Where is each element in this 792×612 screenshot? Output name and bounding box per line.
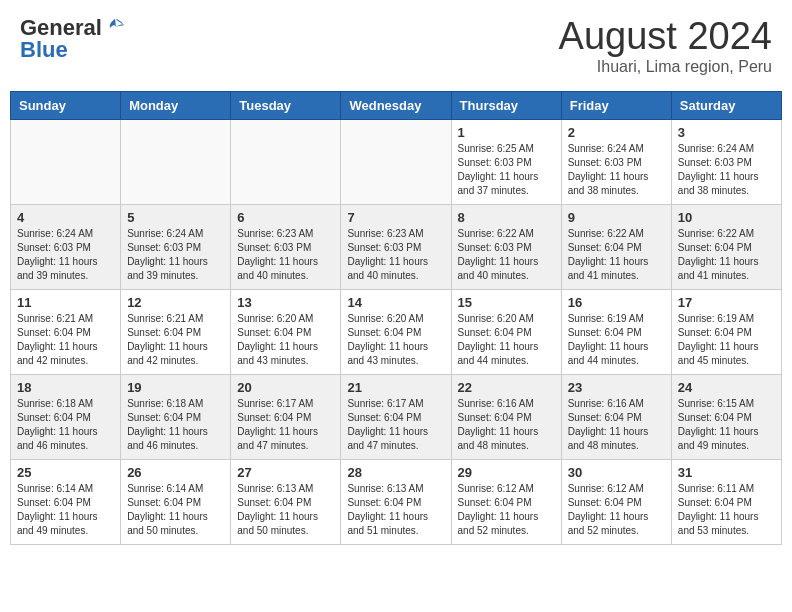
- table-row: 9Sunrise: 6:22 AMSunset: 6:04 PMDaylight…: [561, 205, 671, 290]
- table-row: 3Sunrise: 6:24 AMSunset: 6:03 PMDaylight…: [671, 120, 781, 205]
- day-info: Sunrise: 6:23 AMSunset: 6:03 PMDaylight:…: [237, 227, 334, 283]
- table-row: 24Sunrise: 6:15 AMSunset: 6:04 PMDayligh…: [671, 375, 781, 460]
- table-row: 1Sunrise: 6:25 AMSunset: 6:03 PMDaylight…: [451, 120, 561, 205]
- day-info: Sunrise: 6:18 AMSunset: 6:04 PMDaylight:…: [17, 397, 114, 453]
- table-row: [341, 120, 451, 205]
- day-number: 29: [458, 465, 555, 480]
- col-tuesday: Tuesday: [231, 92, 341, 120]
- day-number: 11: [17, 295, 114, 310]
- table-row: [121, 120, 231, 205]
- day-number: 3: [678, 125, 775, 140]
- table-row: 2Sunrise: 6:24 AMSunset: 6:03 PMDaylight…: [561, 120, 671, 205]
- table-row: 31Sunrise: 6:11 AMSunset: 6:04 PMDayligh…: [671, 460, 781, 545]
- day-number: 22: [458, 380, 555, 395]
- table-row: 22Sunrise: 6:16 AMSunset: 6:04 PMDayligh…: [451, 375, 561, 460]
- day-number: 24: [678, 380, 775, 395]
- day-number: 26: [127, 465, 224, 480]
- day-info: Sunrise: 6:17 AMSunset: 6:04 PMDaylight:…: [347, 397, 444, 453]
- calendar-table: Sunday Monday Tuesday Wednesday Thursday…: [10, 91, 782, 545]
- day-info: Sunrise: 6:14 AMSunset: 6:04 PMDaylight:…: [17, 482, 114, 538]
- calendar-week-row: 25Sunrise: 6:14 AMSunset: 6:04 PMDayligh…: [11, 460, 782, 545]
- day-info: Sunrise: 6:15 AMSunset: 6:04 PMDaylight:…: [678, 397, 775, 453]
- table-row: 28Sunrise: 6:13 AMSunset: 6:04 PMDayligh…: [341, 460, 451, 545]
- day-info: Sunrise: 6:22 AMSunset: 6:03 PMDaylight:…: [458, 227, 555, 283]
- col-sunday: Sunday: [11, 92, 121, 120]
- logo: General Blue: [20, 15, 126, 63]
- day-info: Sunrise: 6:18 AMSunset: 6:04 PMDaylight:…: [127, 397, 224, 453]
- day-info: Sunrise: 6:20 AMSunset: 6:04 PMDaylight:…: [237, 312, 334, 368]
- calendar-header-row: Sunday Monday Tuesday Wednesday Thursday…: [11, 92, 782, 120]
- day-number: 12: [127, 295, 224, 310]
- day-number: 4: [17, 210, 114, 225]
- day-info: Sunrise: 6:17 AMSunset: 6:04 PMDaylight:…: [237, 397, 334, 453]
- day-number: 18: [17, 380, 114, 395]
- table-row: 10Sunrise: 6:22 AMSunset: 6:04 PMDayligh…: [671, 205, 781, 290]
- day-number: 21: [347, 380, 444, 395]
- table-row: 19Sunrise: 6:18 AMSunset: 6:04 PMDayligh…: [121, 375, 231, 460]
- day-number: 25: [17, 465, 114, 480]
- table-row: 6Sunrise: 6:23 AMSunset: 6:03 PMDaylight…: [231, 205, 341, 290]
- col-thursday: Thursday: [451, 92, 561, 120]
- day-number: 16: [568, 295, 665, 310]
- table-row: 12Sunrise: 6:21 AMSunset: 6:04 PMDayligh…: [121, 290, 231, 375]
- day-info: Sunrise: 6:24 AMSunset: 6:03 PMDaylight:…: [568, 142, 665, 198]
- day-info: Sunrise: 6:20 AMSunset: 6:04 PMDaylight:…: [347, 312, 444, 368]
- day-info: Sunrise: 6:24 AMSunset: 6:03 PMDaylight:…: [17, 227, 114, 283]
- logo-bird-icon: [104, 17, 126, 39]
- table-row: 13Sunrise: 6:20 AMSunset: 6:04 PMDayligh…: [231, 290, 341, 375]
- day-info: Sunrise: 6:25 AMSunset: 6:03 PMDaylight:…: [458, 142, 555, 198]
- day-info: Sunrise: 6:24 AMSunset: 6:03 PMDaylight:…: [127, 227, 224, 283]
- day-info: Sunrise: 6:21 AMSunset: 6:04 PMDaylight:…: [17, 312, 114, 368]
- col-wednesday: Wednesday: [341, 92, 451, 120]
- day-info: Sunrise: 6:13 AMSunset: 6:04 PMDaylight:…: [347, 482, 444, 538]
- day-number: 13: [237, 295, 334, 310]
- table-row: 5Sunrise: 6:24 AMSunset: 6:03 PMDaylight…: [121, 205, 231, 290]
- day-number: 9: [568, 210, 665, 225]
- day-info: Sunrise: 6:16 AMSunset: 6:04 PMDaylight:…: [458, 397, 555, 453]
- day-number: 8: [458, 210, 555, 225]
- day-number: 17: [678, 295, 775, 310]
- day-info: Sunrise: 6:19 AMSunset: 6:04 PMDaylight:…: [568, 312, 665, 368]
- day-info: Sunrise: 6:16 AMSunset: 6:04 PMDaylight:…: [568, 397, 665, 453]
- day-number: 5: [127, 210, 224, 225]
- table-row: 30Sunrise: 6:12 AMSunset: 6:04 PMDayligh…: [561, 460, 671, 545]
- day-info: Sunrise: 6:13 AMSunset: 6:04 PMDaylight:…: [237, 482, 334, 538]
- day-number: 31: [678, 465, 775, 480]
- day-number: 30: [568, 465, 665, 480]
- table-row: 7Sunrise: 6:23 AMSunset: 6:03 PMDaylight…: [341, 205, 451, 290]
- day-number: 28: [347, 465, 444, 480]
- day-number: 10: [678, 210, 775, 225]
- col-friday: Friday: [561, 92, 671, 120]
- table-row: 29Sunrise: 6:12 AMSunset: 6:04 PMDayligh…: [451, 460, 561, 545]
- day-number: 6: [237, 210, 334, 225]
- table-row: 4Sunrise: 6:24 AMSunset: 6:03 PMDaylight…: [11, 205, 121, 290]
- day-info: Sunrise: 6:14 AMSunset: 6:04 PMDaylight:…: [127, 482, 224, 538]
- table-row: [11, 120, 121, 205]
- table-row: 26Sunrise: 6:14 AMSunset: 6:04 PMDayligh…: [121, 460, 231, 545]
- table-row: 20Sunrise: 6:17 AMSunset: 6:04 PMDayligh…: [231, 375, 341, 460]
- col-saturday: Saturday: [671, 92, 781, 120]
- day-number: 15: [458, 295, 555, 310]
- table-row: 17Sunrise: 6:19 AMSunset: 6:04 PMDayligh…: [671, 290, 781, 375]
- day-number: 7: [347, 210, 444, 225]
- table-row: 15Sunrise: 6:20 AMSunset: 6:04 PMDayligh…: [451, 290, 561, 375]
- calendar-week-row: 4Sunrise: 6:24 AMSunset: 6:03 PMDaylight…: [11, 205, 782, 290]
- day-number: 20: [237, 380, 334, 395]
- table-row: 11Sunrise: 6:21 AMSunset: 6:04 PMDayligh…: [11, 290, 121, 375]
- day-info: Sunrise: 6:24 AMSunset: 6:03 PMDaylight:…: [678, 142, 775, 198]
- table-row: 14Sunrise: 6:20 AMSunset: 6:04 PMDayligh…: [341, 290, 451, 375]
- table-row: 21Sunrise: 6:17 AMSunset: 6:04 PMDayligh…: [341, 375, 451, 460]
- title-section: August 2024 Ihuari, Lima region, Peru: [559, 15, 772, 76]
- day-info: Sunrise: 6:22 AMSunset: 6:04 PMDaylight:…: [678, 227, 775, 283]
- day-info: Sunrise: 6:19 AMSunset: 6:04 PMDaylight:…: [678, 312, 775, 368]
- table-row: 25Sunrise: 6:14 AMSunset: 6:04 PMDayligh…: [11, 460, 121, 545]
- day-number: 23: [568, 380, 665, 395]
- calendar-week-row: 1Sunrise: 6:25 AMSunset: 6:03 PMDaylight…: [11, 120, 782, 205]
- day-number: 2: [568, 125, 665, 140]
- day-number: 14: [347, 295, 444, 310]
- day-info: Sunrise: 6:23 AMSunset: 6:03 PMDaylight:…: [347, 227, 444, 283]
- logo-blue: Blue: [20, 37, 68, 63]
- calendar-week-row: 18Sunrise: 6:18 AMSunset: 6:04 PMDayligh…: [11, 375, 782, 460]
- day-number: 1: [458, 125, 555, 140]
- location-title: Ihuari, Lima region, Peru: [559, 58, 772, 76]
